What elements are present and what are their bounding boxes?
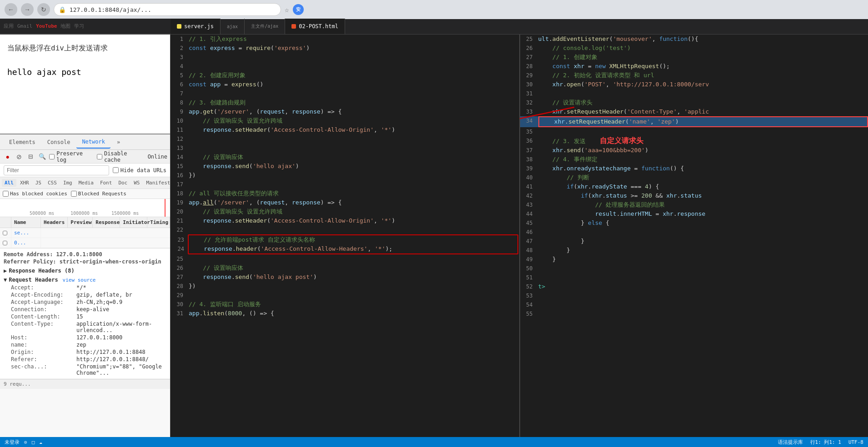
record-button[interactable]: ● bbox=[3, 152, 13, 162]
tab-server-js[interactable]: server.js bbox=[171, 19, 221, 34]
filter-manifest[interactable]: Manifest bbox=[144, 179, 171, 187]
network-rows-area: se... 0... bbox=[0, 228, 170, 248]
filter-font[interactable]: Font bbox=[97, 179, 115, 187]
online-status[interactable]: Online bbox=[148, 154, 167, 160]
table-row[interactable]: se... bbox=[0, 228, 170, 238]
col-name[interactable]: Name bbox=[11, 217, 41, 228]
clear-button[interactable]: ⊘ bbox=[15, 152, 25, 162]
remote-address-label: Remote Address: 127.0.0.1:8000 bbox=[4, 251, 102, 258]
filter-input[interactable] bbox=[4, 165, 109, 175]
has-blocked-text: Has blocked cookies bbox=[10, 191, 67, 197]
filter-css[interactable]: CSS bbox=[45, 179, 60, 187]
status-icon-1[interactable]: ⊙ bbox=[24, 439, 27, 445]
code-line-11: 11 response.setHeader('Access-Control-Al… bbox=[171, 125, 519, 134]
code-line-31: 31 app.listen(8000, () => { bbox=[171, 309, 519, 318]
devtools-tab-network[interactable]: Network bbox=[76, 136, 110, 149]
hide-data-urls-checkbox[interactable] bbox=[113, 167, 119, 173]
request-count: 9 requ... bbox=[4, 381, 31, 387]
extension-icon[interactable]: 安 bbox=[293, 4, 304, 15]
code-line-37r: 37 xhr.send('aaa=100&bbb=200') bbox=[520, 146, 868, 155]
code-line-26: 26 // 设置响应体 bbox=[171, 263, 519, 273]
server-js-tab-label: server.js bbox=[184, 23, 214, 30]
col-response[interactable]: Response bbox=[93, 217, 120, 228]
code-line-27: 27 response.send('hello ajax post') bbox=[171, 273, 519, 282]
preserve-log-checkbox[interactable] bbox=[49, 154, 55, 159]
devtools-tab-elements[interactable]: Elements bbox=[4, 136, 41, 148]
col-initiator[interactable]: Initiator bbox=[120, 217, 147, 228]
code-line-28: 28 }) bbox=[171, 282, 519, 291]
filter-row: Hide data URLs bbox=[0, 164, 170, 177]
preserve-log-label[interactable]: Preserve log bbox=[49, 150, 95, 163]
code-line-16: 16 }) bbox=[171, 171, 519, 180]
syntax-hint[interactable]: 语法提示库 bbox=[778, 439, 803, 446]
row-name[interactable]: se... bbox=[11, 228, 41, 238]
view-source-link[interactable]: view source bbox=[63, 277, 96, 283]
request-headers-section[interactable]: ▼ Request Headers view source bbox=[4, 277, 166, 283]
col-headers[interactable]: Headers bbox=[41, 217, 68, 228]
youtube-bookmark[interactable]: YouTube bbox=[36, 23, 57, 29]
maps-bookmark[interactable]: 地图 bbox=[60, 23, 70, 30]
apps-bookmark[interactable]: 应用 bbox=[4, 23, 14, 30]
code-line-30: 30 // 4. 监听端口 启动服务 bbox=[171, 300, 519, 309]
disable-cache-checkbox[interactable] bbox=[97, 154, 102, 159]
code-line-18: 18 // all 可以接收任意类型的请求 bbox=[171, 189, 519, 198]
response-headers-section[interactable]: ▶ Response Headers (8) bbox=[4, 268, 166, 274]
header-accept-encoding: Accept-Encoding: gzip, deflate, br bbox=[11, 292, 166, 298]
col-preview[interactable]: Preview bbox=[68, 217, 93, 228]
has-blocked-label[interactable]: Has blocked cookies bbox=[3, 191, 67, 197]
code-line-34r: 34 xhr.setRequestHeader('name', 'zep') bbox=[520, 116, 868, 127]
col-checkbox bbox=[0, 217, 11, 228]
has-blocked-checkbox[interactable] bbox=[3, 191, 9, 197]
filter-ws[interactable]: WS bbox=[131, 179, 142, 187]
code-line-42r: 42 if(xhr.status >= 200 && xhr.status bbox=[520, 191, 868, 200]
code-line-46r: 46 bbox=[520, 228, 868, 237]
blocked-requests-checkbox[interactable] bbox=[71, 191, 77, 197]
gmail-bookmark[interactable]: Gmail bbox=[17, 23, 32, 29]
blocked-requests-text: Blocked Requests bbox=[78, 191, 126, 197]
server-js-editor: 1 // 1. 引入express 2 const express = requ… bbox=[171, 35, 519, 437]
row-name[interactable]: 0... bbox=[11, 238, 41, 248]
status-icon-2[interactable]: □ bbox=[32, 439, 35, 445]
code-line-5: 5 // 2. 创建应用对象 bbox=[171, 71, 519, 80]
timeline-label-1: 500000 ms bbox=[30, 211, 54, 216]
request-headers-label: Request Headers bbox=[9, 277, 58, 283]
filter-all[interactable]: All bbox=[2, 179, 16, 187]
code-line-47r: 47 } bbox=[520, 237, 868, 246]
filter-xhr[interactable]: XHR bbox=[17, 179, 32, 187]
address-bar[interactable]: 🔒 127.0.0.1:8848/ajax/... bbox=[54, 3, 281, 16]
login-status[interactable]: 未登录 bbox=[5, 439, 20, 446]
code-line-41r: 41 if(xhr.readyState === 4) { bbox=[520, 182, 868, 191]
filter-media[interactable]: Media bbox=[76, 179, 96, 187]
code-box-highlight: 23 // 允许前端post请求 自定义请求头名称 24 response.he… bbox=[188, 234, 518, 254]
bookmark-star-icon[interactable]: ☆ bbox=[285, 5, 289, 14]
search-button[interactable]: 🔍 bbox=[38, 152, 48, 162]
table-row[interactable]: 0... bbox=[0, 238, 170, 248]
code-line-29r: 29 // 2. 初始化 设置请求类型 和 url bbox=[520, 71, 868, 80]
header-origin: Origin: http://127.0.0.1:8848 bbox=[11, 349, 166, 355]
row-checkbox[interactable] bbox=[3, 231, 7, 235]
refresh-button[interactable]: ↻ bbox=[37, 3, 50, 16]
status-icon-3[interactable]: ☁ bbox=[39, 439, 42, 445]
study-bookmark[interactable]: 学习 bbox=[74, 23, 84, 30]
tab-main-ajax[interactable]: 主文件/ajax bbox=[245, 19, 285, 34]
code-line-7: 7 bbox=[171, 89, 519, 98]
blocked-requests-label[interactable]: Blocked Requests bbox=[71, 191, 126, 197]
col-timing[interactable]: Timing bbox=[147, 217, 170, 228]
row-checkbox[interactable] bbox=[3, 241, 7, 245]
filter-img[interactable]: Img bbox=[60, 179, 75, 187]
code-line-38r: 38 // 4. 事件绑定 bbox=[520, 155, 868, 164]
status-right: 语法提示库 行1: 列1: 1 UTF-8 bbox=[778, 439, 863, 446]
disable-cache-label[interactable]: Disable cache bbox=[97, 150, 146, 163]
tab-post-html[interactable]: 02-POST.html bbox=[285, 19, 345, 34]
header-content-type: Content-Type: application/x-www-form-url… bbox=[11, 321, 166, 333]
devtools-tab-console[interactable]: Console bbox=[42, 136, 76, 148]
tab-ajax[interactable]: ajax bbox=[221, 19, 245, 34]
hide-data-urls-label[interactable]: Hide data URLs bbox=[113, 167, 166, 174]
devtools-tab-more[interactable]: » bbox=[111, 136, 125, 148]
header-content-length: Content-Length: 15 bbox=[11, 313, 166, 320]
filter-toggle-button[interactable]: ⊟ bbox=[26, 152, 36, 162]
forward-button[interactable]: → bbox=[21, 3, 34, 16]
back-button[interactable]: ← bbox=[5, 3, 17, 16]
filter-doc[interactable]: Doc bbox=[115, 179, 130, 187]
filter-js[interactable]: JS bbox=[33, 179, 44, 187]
